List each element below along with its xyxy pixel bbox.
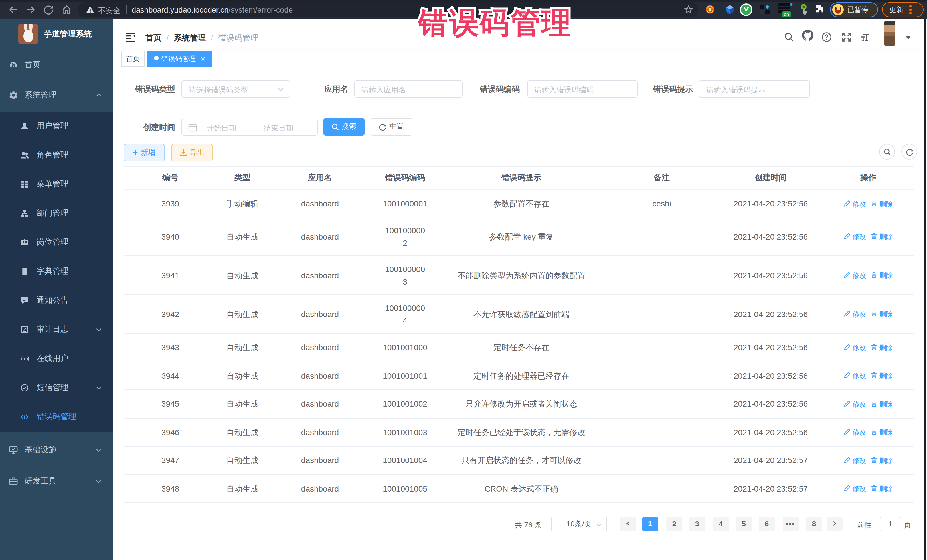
svg-text:on: on: [784, 12, 789, 17]
